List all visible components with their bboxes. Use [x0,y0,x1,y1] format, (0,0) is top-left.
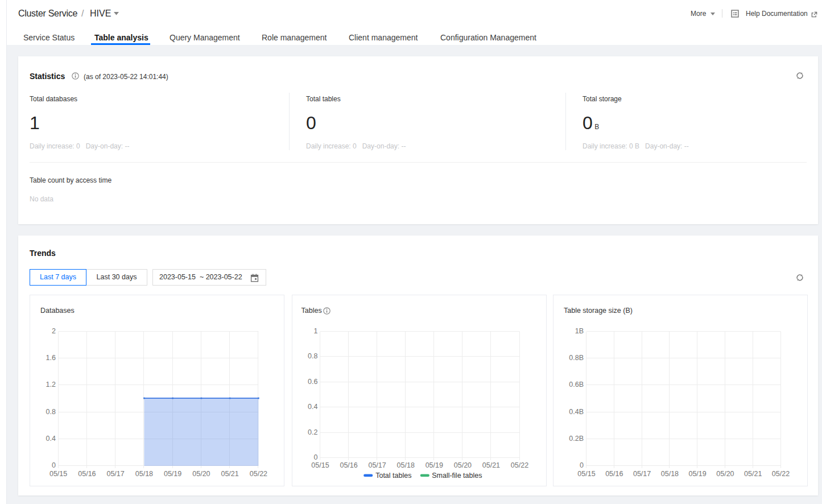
svg-text:0: 0 [52,461,56,469]
svg-text:05/17: 05/17 [368,461,386,469]
svg-text:05/21: 05/21 [482,461,499,469]
svg-text:05/15: 05/15 [49,470,67,478]
svg-text:0.4B: 0.4B [569,408,584,416]
svg-text:05/22: 05/22 [250,470,267,478]
svg-text:05/16: 05/16 [78,470,96,478]
svg-text:05/20: 05/20 [716,470,734,478]
svg-text:0: 0 [580,461,584,469]
svg-text:0.2: 0.2 [308,428,317,436]
svg-text:05/20: 05/20 [453,461,471,469]
svg-text:05/21: 05/21 [744,470,762,478]
svg-text:2: 2 [52,327,56,335]
svg-text:0.6: 0.6 [308,378,317,386]
svg-text:05/19: 05/19 [425,461,443,469]
svg-text:05/18: 05/18 [135,470,153,478]
svg-text:0: 0 [313,453,317,461]
svg-text:05/20: 05/20 [192,470,210,478]
svg-text:1.2: 1.2 [46,381,56,389]
svg-text:05/17: 05/17 [633,470,651,478]
svg-text:Small-file tables: Small-file tables [432,472,482,480]
svg-text:0.8B: 0.8B [569,354,584,362]
svg-text:Total tables: Total tables [375,472,411,480]
svg-text:05/18: 05/18 [396,461,414,469]
svg-text:0.4: 0.4 [308,403,317,411]
svg-text:1B: 1B [575,327,584,335]
svg-text:0.6B: 0.6B [569,381,584,389]
svg-text:05/21: 05/21 [221,470,238,478]
svg-text:05/22: 05/22 [772,470,790,478]
svg-text:0.2B: 0.2B [569,435,584,443]
svg-text:05/16: 05/16 [340,461,357,469]
svg-text:05/19: 05/19 [164,470,181,478]
svg-text:0.8: 0.8 [46,408,56,416]
svg-text:05/22: 05/22 [510,461,528,469]
svg-text:05/16: 05/16 [605,470,623,478]
svg-text:05/15: 05/15 [577,470,595,478]
svg-text:0.4: 0.4 [46,435,56,443]
svg-text:05/19: 05/19 [688,470,706,478]
svg-text:05/15: 05/15 [311,461,329,469]
svg-text:05/18: 05/18 [661,470,679,478]
svg-text:1.6: 1.6 [46,354,56,362]
svg-text:1: 1 [313,327,317,335]
svg-text:05/17: 05/17 [106,470,124,478]
svg-text:0.8: 0.8 [308,352,317,360]
